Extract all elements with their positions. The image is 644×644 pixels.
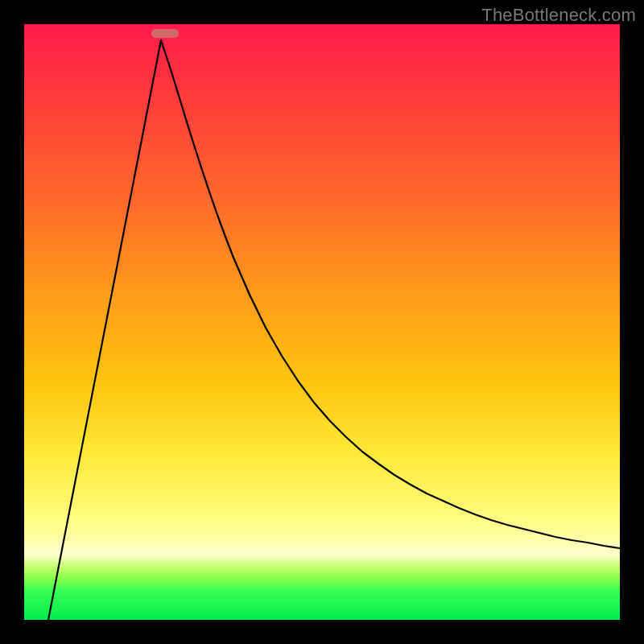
curve-svg (24, 24, 620, 620)
minimum-marker (151, 29, 179, 38)
curve-right (161, 40, 620, 548)
curve-left (48, 40, 161, 620)
chart-frame: TheBottleneck.com (0, 0, 644, 644)
watermark-text: TheBottleneck.com (481, 5, 636, 26)
plot-area (24, 24, 620, 620)
